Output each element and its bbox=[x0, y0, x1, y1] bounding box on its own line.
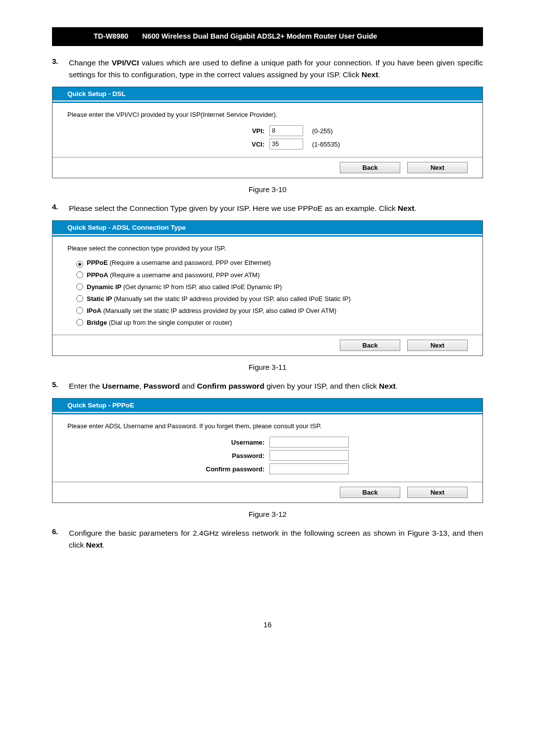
radio-label: Static IP (Manually set the static IP ad… bbox=[87, 295, 351, 302]
radio-option-pppoa[interactable]: PPPoA (Require a username and password, … bbox=[76, 270, 468, 279]
vci-input[interactable] bbox=[269, 139, 303, 150]
vpi-label: VPI: bbox=[67, 127, 269, 135]
vci-range: (1-65535) bbox=[312, 141, 340, 148]
vci-row: VCI: (1-65535) bbox=[67, 139, 468, 150]
next-button[interactable]: Next bbox=[407, 487, 468, 498]
confirm-password-row: Confirm password: bbox=[67, 463, 468, 474]
step-6: 6. Configure the basic parameters for 2.… bbox=[52, 527, 483, 551]
radio-label: PPPoE (Require a username and password, … bbox=[87, 259, 271, 266]
quick-setup-dsl-panel: Quick Setup - DSL Please enter the VPI/V… bbox=[52, 87, 483, 178]
panel-title: Quick Setup - DSL bbox=[53, 87, 482, 101]
next-button[interactable]: Next bbox=[407, 340, 468, 351]
radio-label: PPPoA (Require a username and password, … bbox=[87, 271, 260, 279]
panel-desc: Please enter ADSL Username and Password.… bbox=[67, 422, 468, 430]
step-3: 3. Change the VPI/VCI values which are u… bbox=[52, 57, 483, 81]
confirm-password-label: Confirm password: bbox=[67, 465, 269, 473]
figure-caption-311: Figure 3-11 bbox=[52, 363, 483, 371]
quick-setup-conn-panel: Quick Setup - ADSL Connection Type Pleas… bbox=[52, 220, 483, 356]
radio-label: IPoA (Manually set the static IP address… bbox=[87, 307, 336, 314]
doc-header: TD-W8980 N600 Wireless Dual Band Gigabit… bbox=[52, 27, 483, 46]
radio-icon[interactable] bbox=[76, 283, 83, 290]
figure-caption-312: Figure 3-12 bbox=[52, 510, 483, 518]
panel-desc: Please enter the VPI/VCI provided by you… bbox=[67, 111, 468, 118]
step-4: 4. Please select the Connection Type giv… bbox=[52, 202, 483, 214]
radio-option-bridge[interactable]: Bridge (Dial up from the single computer… bbox=[76, 318, 468, 326]
radio-label: Bridge (Dial up from the single computer… bbox=[87, 319, 232, 326]
radio-icon[interactable] bbox=[76, 307, 83, 314]
radio-icon[interactable] bbox=[76, 295, 83, 302]
doc-title: N600 Wireless Dual Band Gigabit ADSL2+ M… bbox=[135, 27, 483, 45]
username-label: Username: bbox=[67, 439, 269, 446]
back-button[interactable]: Back bbox=[340, 162, 400, 173]
radio-label: Dynamic IP (Get dynamic IP from ISP, als… bbox=[87, 283, 282, 291]
vci-label: VCI: bbox=[67, 141, 269, 148]
radio-icon[interactable] bbox=[76, 261, 83, 268]
vpi-input[interactable] bbox=[269, 125, 303, 136]
back-button[interactable]: Back bbox=[340, 487, 400, 498]
panel-title: Quick Setup - ADSL Connection Type bbox=[53, 221, 482, 235]
password-input[interactable] bbox=[269, 450, 349, 461]
panel-title: Quick Setup - PPPoE bbox=[53, 399, 482, 413]
username-input[interactable] bbox=[269, 437, 349, 448]
radio-option-dynamic-ip[interactable]: Dynamic IP (Get dynamic IP from ISP, als… bbox=[76, 282, 468, 291]
vpi-range: (0-255) bbox=[312, 127, 333, 135]
radio-icon[interactable] bbox=[76, 271, 83, 278]
step-5: 5. Enter the Username, Password and Conf… bbox=[52, 380, 483, 392]
page-number: 16 bbox=[52, 620, 483, 629]
figure-caption-310: Figure 3-10 bbox=[52, 185, 483, 194]
radio-option-static-ip[interactable]: Static IP (Manually set the static IP ad… bbox=[76, 294, 468, 302]
back-button[interactable]: Back bbox=[340, 340, 400, 351]
password-row: Password: bbox=[67, 450, 468, 461]
vpi-row: VPI: (0-255) bbox=[67, 125, 468, 136]
model-tag: TD-W8980 bbox=[52, 27, 135, 45]
radio-option-ipoa[interactable]: IPoA (Manually set the static IP address… bbox=[76, 306, 468, 314]
next-button[interactable]: Next bbox=[407, 162, 468, 173]
password-label: Password: bbox=[67, 452, 269, 459]
panel-desc: Please select the connection type provid… bbox=[67, 245, 468, 252]
radio-icon[interactable] bbox=[76, 319, 83, 326]
quick-setup-pppoe-panel: Quick Setup - PPPoE Please enter ADSL Us… bbox=[52, 398, 483, 503]
confirm-password-input[interactable] bbox=[269, 463, 349, 474]
username-row: Username: bbox=[67, 437, 468, 448]
radio-option-pppoe[interactable]: PPPoE (Require a username and password, … bbox=[76, 259, 468, 267]
